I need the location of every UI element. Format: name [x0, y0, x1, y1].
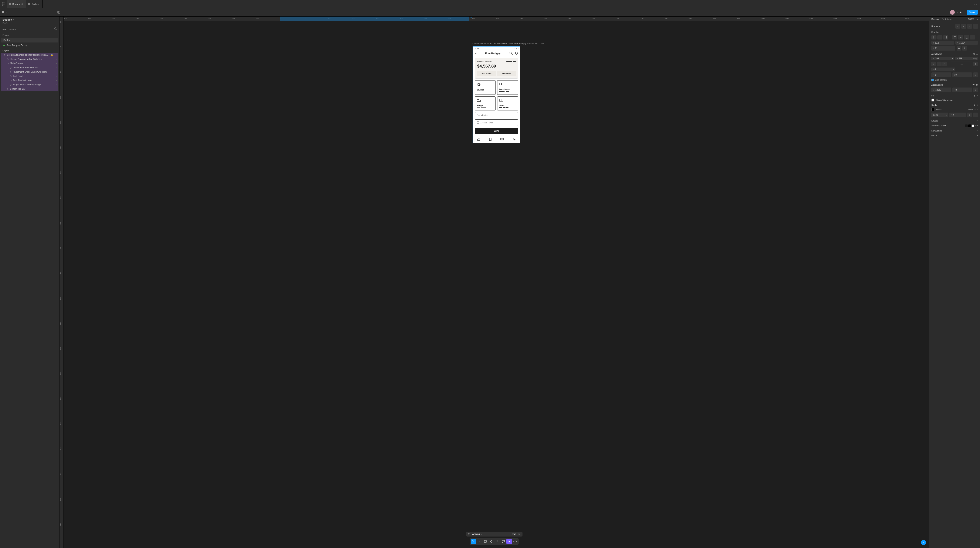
bell-icon[interactable] [515, 51, 518, 56]
padding-h-field[interactable]: |◦|0 [931, 72, 951, 77]
window-menu-icon[interactable]: • • [974, 3, 977, 5]
stroke-sides-icon[interactable]: ⊡ [967, 113, 972, 117]
remove-icon[interactable]: − [977, 108, 978, 111]
visibility-dot-icon[interactable]: • [56, 88, 57, 90]
autolayout-icon[interactable]: ⊞ [973, 53, 975, 55]
page-drafts[interactable]: Drafts [1, 38, 59, 43]
visibility-dot-icon[interactable]: • [56, 67, 57, 68]
ai-tool[interactable]: ✦ [506, 538, 512, 544]
height-field[interactable]: H979Hug [955, 57, 978, 61]
help-button[interactable]: ? [921, 540, 926, 545]
menu-grid-icon[interactable] [2, 11, 5, 14]
add-grid-icon[interactable]: + [977, 129, 978, 132]
visibility-dot-icon[interactable]: • [56, 58, 57, 60]
tab-budgey-2[interactable]: Budgey [26, 0, 43, 8]
add-effect-icon[interactable]: + [977, 119, 978, 122]
frame-type[interactable]: Frame [931, 25, 938, 28]
tab-budgey-1[interactable]: Budgey [7, 0, 26, 8]
autolayout-settings-icon[interactable]: ⚙ [973, 62, 978, 66]
rectangle-tool[interactable]: ▾ [482, 538, 488, 544]
stroke-position-field[interactable]: Inside▾ [931, 113, 948, 117]
rotate-icon[interactable]: ↻ [967, 24, 972, 29]
fill-swatch[interactable] [931, 99, 934, 102]
flip-v-icon[interactable]: ⥯ [962, 46, 967, 51]
direction-down-icon[interactable]: ↓ [931, 62, 936, 66]
page-free-budgey-buzzy[interactable]: Free Budgey Buzzy [1, 43, 59, 48]
wallet-tab-icon[interactable] [500, 138, 504, 142]
tab-file[interactable]: File [3, 27, 6, 32]
width-field[interactable]: W393▾ [931, 57, 954, 61]
rotation-field[interactable]: ⟲0° [931, 46, 955, 51]
add-export-icon[interactable]: + [977, 134, 978, 137]
align-left-icon[interactable]: ▏ [931, 35, 937, 40]
settings-tab-icon[interactable] [512, 138, 516, 142]
chevron-down-icon[interactable]: ▾ [939, 25, 940, 27]
chevron-down-icon[interactable]: ▾ [13, 19, 14, 21]
home-tab-icon[interactable] [477, 138, 480, 142]
zoom-value[interactable]: 100% [968, 18, 974, 21]
detach-icon[interactable]: − [977, 99, 978, 101]
layer-row[interactable]: # Create a financial app for freelancers… [1, 53, 59, 57]
layer-row[interactable]: ▭ Main Content • [1, 61, 59, 65]
add-fill-icon[interactable]: + [977, 94, 978, 97]
resize-icon[interactable]: ⤢ [961, 24, 966, 29]
save-button[interactable]: Save [475, 127, 518, 134]
stroke-color-value[interactable]: 000000 [935, 108, 942, 111]
card-taxes[interactable]: Taxes [497, 96, 518, 110]
stroke-swatch[interactable] [931, 108, 934, 111]
project-name[interactable]: Budgey [3, 18, 12, 21]
alignment-box[interactable]: ▪ ▪ ▪ [951, 62, 972, 66]
align-vcenter-icon[interactable]: ─ [958, 35, 963, 40]
layer-row[interactable]: ◇ Bottom Tab Bar • [1, 87, 59, 91]
canvas[interactable]: -450-400-350-300-250-200-150-100-5005010… [59, 17, 929, 548]
stroke-more-icon[interactable]: ⋯ [973, 113, 978, 117]
layer-row[interactable]: ◇ Investment Small Cards Grid Icons • [1, 70, 59, 74]
fill-row[interactable]: ✦/color/2/bg-primary − [929, 98, 980, 102]
visibility-dot-icon[interactable]: • [56, 71, 57, 73]
settings-icon[interactable]: ⚙ [976, 84, 978, 86]
hamburger-icon[interactable]: ≡ [475, 52, 477, 55]
tab-prototype[interactable]: Prototype [942, 18, 951, 21]
layer-row[interactable]: ◇ Single Button Primary Large • [1, 83, 59, 87]
visibility-dot-icon[interactable]: • [56, 62, 57, 64]
align-more-icon[interactable]: ⋯ [970, 35, 975, 40]
stroke-opacity[interactable]: 100 [967, 108, 970, 111]
padding-v-field[interactable]: ▯0 [952, 72, 972, 77]
present-button-icon[interactable] [960, 11, 961, 13]
align-bottom-icon[interactable]: ▁ [964, 35, 969, 40]
direction-right-icon[interactable]: → [937, 62, 942, 66]
clip-content-toggle[interactable]: ✓ Clip content [929, 78, 980, 82]
avatar[interactable] [950, 10, 955, 15]
visibility-icon[interactable]: 👁 [972, 84, 975, 86]
stroke-grid-icon[interactable]: ⊞ [974, 104, 975, 107]
tab-design[interactable]: Design [931, 18, 939, 21]
padding-expand-icon[interactable]: ⊡ [973, 72, 978, 77]
search-icon[interactable] [54, 27, 57, 32]
fit-icon[interactable]: ⊡ [955, 24, 960, 29]
share-button[interactable]: Share [967, 10, 978, 15]
card-budget[interactable]: Budget [475, 96, 496, 110]
visibility-dot-icon[interactable]: • [56, 75, 57, 77]
stroke-width-field[interactable]: ≡2 [950, 113, 966, 117]
panel-toggle-icon[interactable] [57, 11, 60, 14]
new-tab-button[interactable]: + [43, 2, 49, 6]
visibility-icon[interactable]: 👁 [974, 108, 976, 111]
frame-tool[interactable]: #▾ [477, 538, 482, 544]
y-field[interactable]: Y-11924 [955, 41, 978, 45]
radius-field[interactable]: ⌐0 [952, 88, 972, 92]
align-top-icon[interactable]: ▔ [952, 35, 957, 40]
gap-field[interactable]: ≡0▾ [931, 67, 955, 71]
add-stroke-icon[interactable]: + [977, 104, 978, 107]
allocate-funds-input[interactable]: Allocate Funds [475, 119, 518, 126]
visibility-dot-icon[interactable]: • [56, 80, 57, 81]
selection-swatches[interactable]: +18 [965, 124, 978, 127]
layer-row[interactable]: ◇ Text Field with Icon • [1, 78, 59, 83]
chevron-down-icon[interactable]: ▾ [6, 11, 7, 13]
flip-h-icon[interactable]: ⇋ [957, 46, 961, 51]
more-colors[interactable]: +18 [975, 124, 978, 127]
add-page-button[interactable]: + [56, 34, 57, 36]
withdraw-button[interactable]: Withdraw [497, 71, 516, 76]
chevron-down-icon[interactable]: ▾ [957, 11, 958, 13]
visibility-dot-icon[interactable]: • [56, 84, 57, 86]
layer-row[interactable]: ◇ Text Field • [1, 74, 59, 78]
